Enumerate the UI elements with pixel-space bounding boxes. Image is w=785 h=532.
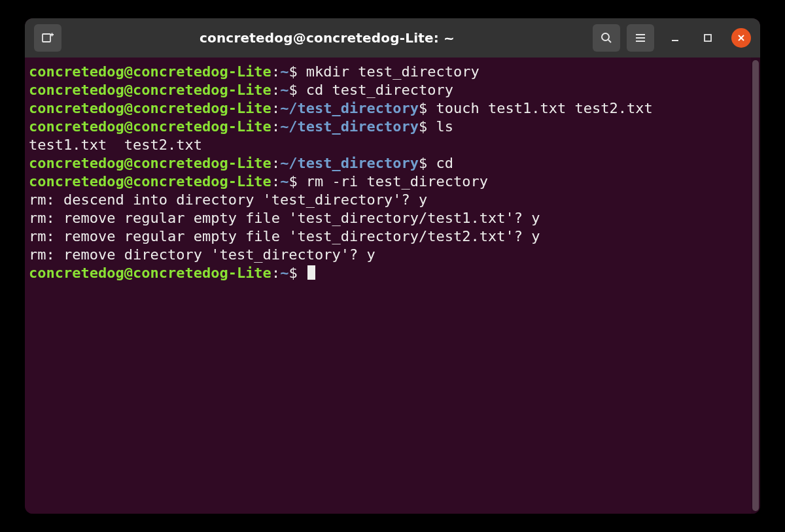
prompt-colon: : bbox=[271, 265, 280, 281]
prompt-path: ~ bbox=[280, 63, 288, 80]
search-button[interactable] bbox=[593, 24, 620, 52]
prompt-line: concretedog@concretedog-Lite:~/test_dire… bbox=[29, 118, 751, 136]
terminal-output[interactable]: concretedog@concretedog-Lite:~$ mkdir te… bbox=[25, 58, 751, 514]
window-title: concretedog@concretedog-Lite: ~ bbox=[68, 30, 586, 46]
prompt-line: concretedog@concretedog-Lite:~$ mkdir te… bbox=[29, 63, 751, 81]
prompt-colon: : bbox=[271, 155, 280, 171]
command-text: rm -ri test_directory bbox=[298, 173, 488, 190]
prompt-userhost: concretedog@concretedog-Lite bbox=[29, 155, 271, 171]
prompt-line: concretedog@concretedog-Lite:~$ rm -ri t… bbox=[29, 173, 751, 191]
command-text: ls bbox=[427, 118, 453, 135]
close-icon bbox=[737, 33, 746, 42]
prompt-colon: : bbox=[271, 100, 280, 116]
output-text: test1.txt test2.txt bbox=[29, 137, 202, 153]
prompt-dollar: $ bbox=[288, 82, 297, 98]
titlebar: concretedog@concretedog-Lite: ~ bbox=[25, 18, 760, 58]
minimize-icon bbox=[671, 33, 680, 42]
prompt-userhost: concretedog@concretedog-Lite bbox=[29, 265, 271, 281]
prompt-path: ~ bbox=[280, 265, 288, 281]
svg-line-4 bbox=[608, 40, 611, 42]
prompt-dollar: $ bbox=[288, 173, 297, 190]
command-text: mkdir test_directory bbox=[298, 63, 480, 80]
prompt-line: concretedog@concretedog-Lite:~/test_dire… bbox=[29, 99, 751, 118]
terminal-area: concretedog@concretedog-Lite:~$ mkdir te… bbox=[25, 58, 760, 514]
prompt-colon: : bbox=[271, 173, 280, 190]
output-line: rm: remove directory 'test_directory'? y bbox=[29, 246, 751, 264]
hamburger-icon bbox=[634, 31, 647, 44]
output-text: rm: descend into directory 'test_directo… bbox=[29, 191, 427, 208]
svg-rect-0 bbox=[43, 34, 50, 42]
output-text: rm: remove regular empty file 'test_dire… bbox=[29, 228, 540, 244]
prompt-userhost: concretedog@concretedog-Lite bbox=[29, 63, 271, 80]
minimize-button[interactable] bbox=[666, 29, 684, 47]
prompt-dollar: $ bbox=[419, 100, 427, 116]
prompt-path: ~/test_directory bbox=[280, 100, 419, 116]
svg-rect-9 bbox=[705, 35, 711, 41]
terminal-window: concretedog@concretedog-Lite: ~ bbox=[25, 18, 760, 514]
command-text bbox=[298, 265, 306, 281]
prompt-dollar: $ bbox=[288, 265, 297, 281]
cursor bbox=[307, 265, 315, 280]
svg-point-3 bbox=[602, 33, 609, 41]
output-text: rm: remove directory 'test_directory'? y bbox=[29, 246, 375, 263]
prompt-dollar: $ bbox=[419, 155, 427, 171]
hamburger-menu-button[interactable] bbox=[627, 24, 654, 52]
command-text: cd test_directory bbox=[298, 82, 453, 98]
output-line: rm: remove regular empty file 'test_dire… bbox=[29, 209, 751, 227]
prompt-dollar: $ bbox=[288, 63, 297, 80]
prompt-path: ~/test_directory bbox=[280, 155, 419, 171]
new-tab-icon bbox=[41, 31, 55, 45]
prompt-userhost: concretedog@concretedog-Lite bbox=[29, 82, 271, 98]
output-line: rm: remove regular empty file 'test_dire… bbox=[29, 227, 751, 246]
prompt-line: concretedog@concretedog-Lite:~/test_dire… bbox=[29, 154, 751, 173]
prompt-colon: : bbox=[271, 63, 280, 80]
scrollbar[interactable] bbox=[751, 58, 760, 514]
prompt-line: concretedog@concretedog-Lite:~$ bbox=[29, 264, 751, 282]
command-text: touch test1.txt test2.txt bbox=[427, 100, 652, 116]
output-line: test1.txt test2.txt bbox=[29, 136, 751, 154]
output-text: rm: remove regular empty file 'test_dire… bbox=[29, 210, 540, 226]
output-line: rm: descend into directory 'test_directo… bbox=[29, 191, 751, 209]
prompt-dollar: $ bbox=[419, 118, 427, 135]
prompt-line: concretedog@concretedog-Lite:~$ cd test_… bbox=[29, 81, 751, 99]
close-button[interactable] bbox=[731, 28, 751, 48]
prompt-path: ~/test_directory bbox=[280, 118, 419, 135]
prompt-path: ~ bbox=[280, 82, 288, 98]
prompt-path: ~ bbox=[280, 173, 288, 190]
window-controls bbox=[661, 28, 751, 48]
prompt-colon: : bbox=[271, 118, 280, 135]
new-tab-button[interactable] bbox=[34, 24, 61, 52]
prompt-userhost: concretedog@concretedog-Lite bbox=[29, 118, 271, 135]
prompt-colon: : bbox=[271, 82, 280, 98]
prompt-userhost: concretedog@concretedog-Lite bbox=[29, 173, 271, 190]
command-text: cd bbox=[427, 155, 453, 171]
scrollbar-thumb[interactable] bbox=[752, 60, 759, 511]
prompt-userhost: concretedog@concretedog-Lite bbox=[29, 100, 271, 116]
maximize-icon bbox=[703, 33, 712, 42]
maximize-button[interactable] bbox=[699, 29, 717, 47]
search-icon bbox=[600, 31, 613, 44]
